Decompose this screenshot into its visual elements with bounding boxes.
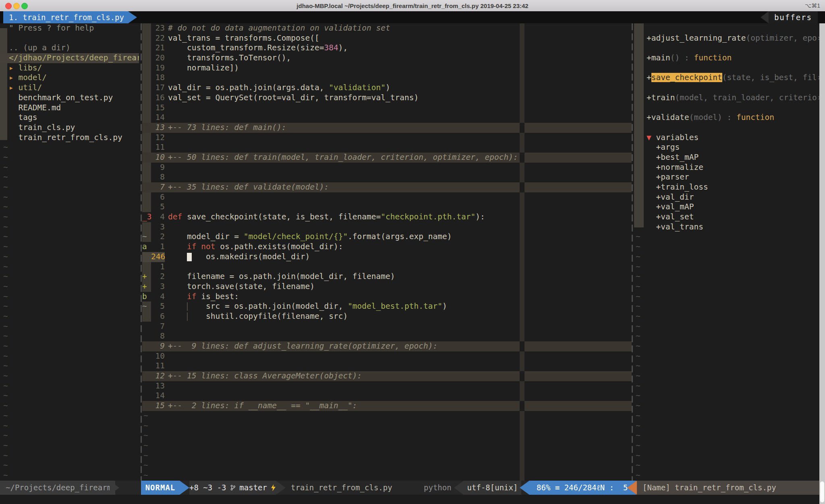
line-number: 13 — [151, 381, 165, 391]
file-tree-item[interactable]: train_cls.py — [0, 123, 139, 133]
line-number: 23 — [151, 23, 165, 33]
tag-item[interactable]: +adjust_learning_rate(optimizer, epo› — [634, 33, 825, 43]
file-tree-item[interactable]: tags — [0, 113, 139, 123]
code-line[interactable]: 19 normalize]) — [142, 63, 632, 73]
empty-line: ~ — [142, 441, 632, 451]
empty-line: ~ — [634, 361, 825, 371]
window-shortcut-badge: ⌥⌘1 — [805, 2, 820, 9]
code-line[interactable]: 13 — [142, 381, 632, 391]
code-line[interactable]: 8 — [142, 172, 632, 182]
code-line[interactable]: 16val_set = QuerySet(root=val_dir, trans… — [142, 93, 632, 103]
tag-item[interactable]: ▼ variables — [634, 133, 825, 143]
code-line[interactable]: 18 — [142, 73, 632, 83]
code-line[interactable]: 15 — [142, 103, 632, 113]
macos-scrollbar-track[interactable] — [819, 23, 825, 504]
code-line[interactable]: 12 — [142, 133, 632, 143]
code-line[interactable]: 14 — [142, 113, 632, 123]
folded-code-line[interactable]: 12+-- 15 lines: class AverageMeter(objec… — [142, 371, 632, 381]
file-tree-item[interactable]: .. (up a dir) — [0, 43, 139, 53]
folded-code-line[interactable]: 13+-- 73 lines: def main(): — [142, 123, 632, 133]
line-number: 11 — [151, 143, 165, 153]
file-tree-item[interactable]: ▸ model/ — [0, 73, 139, 83]
code-line[interactable]: ~2 model_dir = "model/check_point/{}".fo… — [142, 232, 632, 242]
gutter-sign: ~ — [142, 232, 151, 242]
branch-name: master — [239, 481, 267, 495]
empty-line: ~ — [634, 322, 825, 332]
empty-line: ~ — [142, 421, 632, 431]
command-line[interactable] — [0, 495, 825, 504]
empty-line: ~ — [634, 292, 825, 302]
code-line[interactable]: 5 — [142, 202, 632, 212]
folded-code-line[interactable]: 15+-- 2 lines: if __name__ == "__main__"… — [142, 401, 632, 411]
line-number: 2 — [151, 232, 165, 242]
empty-line: ~ — [634, 431, 825, 441]
tag-item[interactable]: +parser — [634, 172, 825, 182]
tag-item[interactable]: +train(model, train_loader, criterio› — [634, 93, 825, 103]
file-tree-root-item[interactable]: </jdhao/Projects/deep_firear› — [0, 53, 139, 63]
file-tree-item[interactable]: README.md — [0, 103, 139, 113]
empty-line-tilde: ~ — [636, 401, 641, 410]
code-line[interactable]: 21 custom_transform.Resize(size=384), — [142, 43, 632, 53]
code-line[interactable]: 7 — [142, 322, 632, 332]
tag-item[interactable]: +val_mAP — [634, 202, 825, 212]
gutter-sign: + — [142, 272, 151, 282]
folded-code-line[interactable]: 9+-- 9 lines: def adjust_learning_rate(o… — [142, 341, 632, 351]
code-line[interactable]: b4 if is_best: — [142, 292, 632, 302]
tag-item[interactable]: +normalize — [634, 163, 825, 173]
empty-line-tilde: ~ — [636, 322, 641, 331]
code-text: def save_checkpoint(state, is_best, file… — [168, 212, 485, 222]
file-tree-item[interactable]: benchmark_on_test.py — [0, 93, 139, 103]
empty-line-tilde: ~ — [3, 163, 8, 172]
code-line[interactable]: 11 — [142, 361, 632, 371]
window-separator[interactable] — [141, 23, 142, 481]
line-number: 19 — [151, 63, 165, 73]
file-tree-item[interactable]: train_retr_from_cls.py — [0, 133, 139, 143]
empty-line: ~ — [0, 351, 139, 361]
code-line[interactable]: 3 — [142, 222, 632, 232]
titlebar[interactable]: jdhao-MBP.local ~/Projects/deep_firearm/… — [0, 0, 825, 12]
folded-code-line[interactable]: 10+-- 50 lines: def train(model, train_l… — [142, 153, 632, 163]
code-line[interactable]: _34def save_checkpoint(state, is_best, f… — [142, 212, 632, 222]
tag-item[interactable]: +best_mAP — [634, 153, 825, 163]
code-line[interactable]: 22val_trans = transforms.Compose([ — [142, 33, 632, 43]
tag-item[interactable]: +args — [634, 143, 825, 153]
macos-scrollbar-thumb[interactable] — [820, 481, 824, 502]
code-line[interactable]: 6 shutil.copyfile(filename, src) — [142, 312, 632, 322]
code-line[interactable]: 20 transforms.ToTensor(), — [142, 53, 632, 63]
empty-line-tilde: ~ — [636, 282, 641, 291]
code-line[interactable]: ~5 src = os.path.join(model_dir, "model_… — [142, 302, 632, 312]
code-line[interactable]: 8 — [142, 331, 632, 341]
tag-item[interactable]: +val_dir — [634, 192, 825, 202]
tag-item[interactable]: +validate(model) : function — [634, 113, 825, 123]
code-line[interactable]: 9 — [142, 163, 632, 173]
file-tree-item[interactable]: ▸ libs/ — [0, 63, 139, 73]
tag-item[interactable]: +val_trans — [634, 222, 825, 232]
file-tree-item[interactable]: ▸ util/ — [0, 83, 139, 93]
code-text: val_trans = transforms.Compose([ — [168, 33, 319, 43]
code-line[interactable]: 17val_dir = os.path.join(args.data, "val… — [142, 83, 632, 93]
code-line[interactable]: 11 — [142, 143, 632, 153]
code-line[interactable]: 10 — [142, 351, 632, 361]
folded-code-line[interactable]: 7+-- 35 lines: def validate(model): — [142, 182, 632, 192]
file-tree-item[interactable]: " Press ? for help — [0, 23, 139, 33]
empty-line-tilde: ~ — [3, 252, 8, 261]
fold-summary: +-- 2 lines: if __name__ == "__main__": — [168, 401, 357, 411]
code-line[interactable]: a1 if not os.path.exists(model_dir): — [142, 242, 632, 252]
line-number: 17 — [151, 83, 165, 93]
empty-line-tilde: ~ — [636, 312, 641, 321]
code-line[interactable]: +3 torch.save(state, filename) — [142, 282, 632, 292]
code-line[interactable]: +2 filename = os.path.join(model_dir, fi… — [142, 272, 632, 282]
tag-item[interactable]: +val_set — [634, 212, 825, 222]
code-line[interactable]: 23# do not do data augmentation on valid… — [142, 23, 632, 33]
hunk-summary: +8 ~3 -3 — [189, 481, 226, 495]
buffers-label[interactable]: buffers — [769, 11, 818, 23]
code-line[interactable]: 6 — [142, 192, 632, 202]
code-line[interactable]: 1 — [142, 262, 632, 272]
current-code-line[interactable]: 246 os.makedirs(model_dir) — [142, 252, 632, 262]
tab-train-retr-from-cls[interactable]: 1. train_retr_from_cls.py — [3, 11, 128, 23]
window-separator[interactable] — [632, 23, 633, 481]
tag-item[interactable]: +train_loss — [634, 182, 825, 192]
tag-item[interactable]: +save_checkpoint(state, is_best, fil› — [634, 73, 825, 83]
code-line[interactable]: 14 — [142, 391, 632, 401]
tag-item[interactable]: +main() : function — [634, 53, 825, 63]
